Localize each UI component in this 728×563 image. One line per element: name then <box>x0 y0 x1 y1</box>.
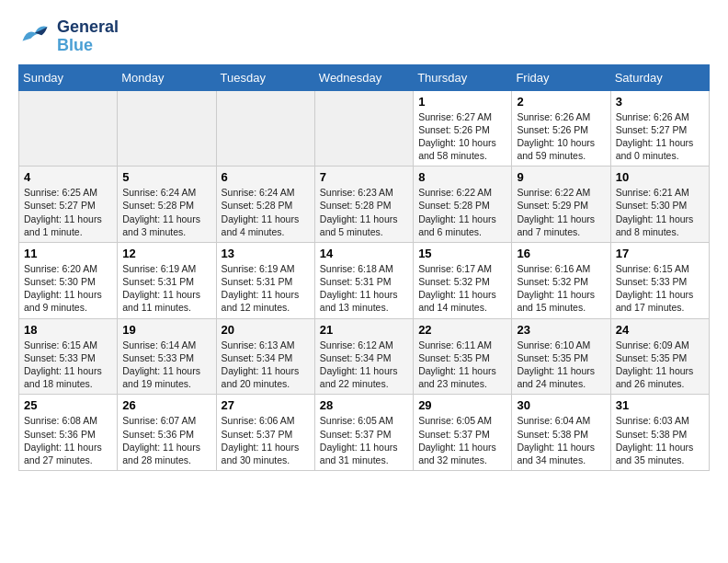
day-info: Sunrise: 6:18 AMSunset: 5:31 PMDaylight:… <box>320 262 408 315</box>
day-info: Sunrise: 6:20 AMSunset: 5:30 PMDaylight:… <box>24 262 112 315</box>
calendar-day-cell: 30Sunrise: 6:04 AMSunset: 5:38 PMDayligh… <box>512 395 610 471</box>
calendar-day-cell: 21Sunrise: 6:12 AMSunset: 5:34 PMDayligh… <box>314 318 413 395</box>
weekday-header: Sunday <box>19 64 118 90</box>
calendar-day-cell: 18Sunrise: 6:15 AMSunset: 5:33 PMDayligh… <box>19 318 118 395</box>
day-number: 23 <box>517 323 605 337</box>
day-number: 10 <box>616 170 704 184</box>
day-number: 31 <box>616 398 704 412</box>
calendar-day-cell: 7Sunrise: 6:23 AMSunset: 5:28 PMDaylight… <box>314 167 413 243</box>
calendar-day-cell: 8Sunrise: 6:22 AMSunset: 5:28 PMDaylight… <box>414 167 512 243</box>
calendar-header-row: SundayMondayTuesdayWednesdayThursdayFrid… <box>19 64 710 90</box>
day-number: 4 <box>24 170 112 184</box>
day-number: 1 <box>418 95 506 109</box>
weekday-header: Friday <box>512 64 610 90</box>
calendar-day-cell: 11Sunrise: 6:20 AMSunset: 5:30 PMDayligh… <box>19 242 118 318</box>
calendar-day-cell <box>314 90 413 167</box>
day-info: Sunrise: 6:21 AMSunset: 5:30 PMDaylight:… <box>616 186 704 238</box>
day-number: 8 <box>418 170 506 184</box>
day-info: Sunrise: 6:26 AMSunset: 5:27 PMDaylight:… <box>616 110 704 163</box>
weekday-header: Thursday <box>414 64 512 90</box>
calendar-day-cell: 23Sunrise: 6:10 AMSunset: 5:35 PMDayligh… <box>512 318 610 395</box>
calendar-week-row: 11Sunrise: 6:20 AMSunset: 5:30 PMDayligh… <box>19 242 710 318</box>
day-info: Sunrise: 6:22 AMSunset: 5:29 PMDaylight:… <box>517 186 605 238</box>
calendar-day-cell: 29Sunrise: 6:05 AMSunset: 5:37 PMDayligh… <box>414 395 512 471</box>
day-number: 7 <box>320 170 408 184</box>
weekday-header: Monday <box>118 64 216 90</box>
calendar-day-cell: 26Sunrise: 6:07 AMSunset: 5:36 PMDayligh… <box>118 395 216 471</box>
calendar-day-cell: 15Sunrise: 6:17 AMSunset: 5:32 PMDayligh… <box>414 242 512 318</box>
day-number: 18 <box>24 323 112 337</box>
day-info: Sunrise: 6:22 AMSunset: 5:28 PMDaylight:… <box>418 186 506 238</box>
day-number: 11 <box>24 247 112 260</box>
calendar-day-cell: 14Sunrise: 6:18 AMSunset: 5:31 PMDayligh… <box>314 242 413 318</box>
calendar-day-cell: 22Sunrise: 6:11 AMSunset: 5:35 PMDayligh… <box>414 318 512 395</box>
day-number: 27 <box>222 398 310 412</box>
page-header: General Blue <box>18 18 710 55</box>
day-number: 21 <box>320 323 408 337</box>
calendar-day-cell: 19Sunrise: 6:14 AMSunset: 5:33 PMDayligh… <box>118 318 216 395</box>
calendar-day-cell <box>118 90 216 167</box>
day-info: Sunrise: 6:06 AMSunset: 5:37 PMDaylight:… <box>222 414 310 466</box>
day-info: Sunrise: 6:16 AMSunset: 5:32 PMDaylight:… <box>517 262 605 315</box>
calendar-day-cell: 17Sunrise: 6:15 AMSunset: 5:33 PMDayligh… <box>610 242 709 318</box>
day-number: 3 <box>616 95 704 109</box>
logo-text: General Blue <box>57 18 119 55</box>
calendar-day-cell <box>19 90 118 167</box>
calendar-week-row: 18Sunrise: 6:15 AMSunset: 5:33 PMDayligh… <box>19 318 710 395</box>
day-number: 5 <box>122 170 210 184</box>
day-number: 26 <box>122 398 210 412</box>
day-number: 6 <box>222 170 310 184</box>
calendar-week-row: 4Sunrise: 6:25 AMSunset: 5:27 PMDaylight… <box>19 167 710 243</box>
calendar-day-cell: 3Sunrise: 6:26 AMSunset: 5:27 PMDaylight… <box>610 90 709 167</box>
day-info: Sunrise: 6:11 AMSunset: 5:35 PMDaylight:… <box>418 339 506 391</box>
weekday-header: Saturday <box>610 64 709 90</box>
day-info: Sunrise: 6:05 AMSunset: 5:37 PMDaylight:… <box>418 414 506 466</box>
day-number: 13 <box>222 247 310 260</box>
calendar-day-cell <box>216 90 314 167</box>
calendar-day-cell: 5Sunrise: 6:24 AMSunset: 5:28 PMDaylight… <box>118 167 216 243</box>
day-info: Sunrise: 6:09 AMSunset: 5:35 PMDaylight:… <box>616 339 704 391</box>
day-number: 15 <box>418 247 506 260</box>
day-info: Sunrise: 6:25 AMSunset: 5:27 PMDaylight:… <box>24 186 112 238</box>
day-info: Sunrise: 6:08 AMSunset: 5:36 PMDaylight:… <box>24 414 112 466</box>
day-number: 24 <box>616 323 704 337</box>
calendar-day-cell: 28Sunrise: 6:05 AMSunset: 5:37 PMDayligh… <box>314 395 413 471</box>
day-info: Sunrise: 6:14 AMSunset: 5:33 PMDaylight:… <box>122 339 210 391</box>
day-number: 12 <box>122 247 210 260</box>
day-info: Sunrise: 6:03 AMSunset: 5:38 PMDaylight:… <box>616 414 704 466</box>
day-info: Sunrise: 6:10 AMSunset: 5:35 PMDaylight:… <box>517 339 605 391</box>
calendar-day-cell: 4Sunrise: 6:25 AMSunset: 5:27 PMDaylight… <box>19 167 118 243</box>
day-info: Sunrise: 6:05 AMSunset: 5:37 PMDaylight:… <box>320 414 408 466</box>
calendar-day-cell: 13Sunrise: 6:19 AMSunset: 5:31 PMDayligh… <box>216 242 314 318</box>
day-info: Sunrise: 6:17 AMSunset: 5:32 PMDaylight:… <box>418 262 506 315</box>
weekday-header: Wednesday <box>314 64 413 90</box>
day-info: Sunrise: 6:24 AMSunset: 5:28 PMDaylight:… <box>222 186 310 238</box>
calendar-day-cell: 24Sunrise: 6:09 AMSunset: 5:35 PMDayligh… <box>610 318 709 395</box>
logo-icon <box>18 20 51 53</box>
day-number: 29 <box>418 398 506 412</box>
day-info: Sunrise: 6:26 AMSunset: 5:26 PMDaylight:… <box>517 110 605 163</box>
day-info: Sunrise: 6:15 AMSunset: 5:33 PMDaylight:… <box>616 262 704 315</box>
calendar-day-cell: 6Sunrise: 6:24 AMSunset: 5:28 PMDaylight… <box>216 167 314 243</box>
day-info: Sunrise: 6:27 AMSunset: 5:26 PMDaylight:… <box>418 110 506 163</box>
day-info: Sunrise: 6:15 AMSunset: 5:33 PMDaylight:… <box>24 339 112 391</box>
day-info: Sunrise: 6:07 AMSunset: 5:36 PMDaylight:… <box>122 414 210 466</box>
calendar-day-cell: 2Sunrise: 6:26 AMSunset: 5:26 PMDaylight… <box>512 90 610 167</box>
calendar-day-cell: 27Sunrise: 6:06 AMSunset: 5:37 PMDayligh… <box>216 395 314 471</box>
calendar-day-cell: 1Sunrise: 6:27 AMSunset: 5:26 PMDaylight… <box>414 90 512 167</box>
day-info: Sunrise: 6:04 AMSunset: 5:38 PMDaylight:… <box>517 414 605 466</box>
day-number: 9 <box>517 170 605 184</box>
calendar-day-cell: 9Sunrise: 6:22 AMSunset: 5:29 PMDaylight… <box>512 167 610 243</box>
calendar-week-row: 25Sunrise: 6:08 AMSunset: 5:36 PMDayligh… <box>19 395 710 471</box>
logo: General Blue <box>18 18 119 55</box>
day-number: 2 <box>517 95 605 109</box>
day-number: 14 <box>320 247 408 260</box>
day-info: Sunrise: 6:12 AMSunset: 5:34 PMDaylight:… <box>320 339 408 391</box>
calendar-week-row: 1Sunrise: 6:27 AMSunset: 5:26 PMDaylight… <box>19 90 710 167</box>
day-number: 25 <box>24 398 112 412</box>
day-number: 19 <box>122 323 210 337</box>
calendar-day-cell: 25Sunrise: 6:08 AMSunset: 5:36 PMDayligh… <box>19 395 118 471</box>
day-info: Sunrise: 6:23 AMSunset: 5:28 PMDaylight:… <box>320 186 408 238</box>
weekday-header: Tuesday <box>216 64 314 90</box>
day-number: 22 <box>418 323 506 337</box>
